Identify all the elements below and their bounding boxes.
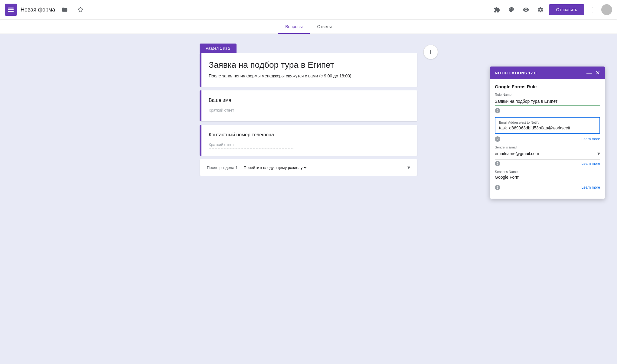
avatar[interactable] (601, 4, 612, 15)
svg-rect-1 (8, 9, 14, 10)
more-menu-button[interactable]: ⋮ (587, 4, 599, 16)
form-description: После заполнения формы менеджеры свяжутс… (209, 73, 410, 78)
question-input-hint-2[interactable]: Краткий ответ (209, 142, 293, 148)
email-address-label: Email Address(es) to Notify (499, 121, 596, 124)
form-area: Раздел 1 из 2 Заявка на подбор тура в Ег… (200, 34, 417, 176)
help-row-3: ? Learn more (495, 185, 600, 190)
topbar-right: Отправить ⋮ (491, 4, 612, 16)
email-help-icon[interactable]: ? (495, 136, 500, 142)
sender-email-dropdown-icon[interactable]: ▾ (597, 150, 600, 157)
email-address-value: task_d869963dbfd53b0aa@worksecti (499, 125, 596, 130)
notifications-controls: — ✕ (586, 70, 600, 76)
topbar: Новая форма Отправить ⋮ (0, 0, 617, 19)
palette-button[interactable] (505, 4, 517, 16)
help-row-1: ? Learn more (495, 136, 600, 142)
section-footer: После раздела 1 Перейти к следующему раз… (200, 159, 417, 176)
question-label-2: Контактный номер телефона (209, 132, 410, 138)
tabbar: Вопросы Ответы (0, 19, 617, 34)
sender-email-help-icon[interactable]: ? (495, 161, 500, 166)
tab-answers[interactable]: Ответы (310, 20, 339, 34)
svg-marker-3 (78, 7, 83, 12)
notifications-body: Google Forms Rule Rule Name ? Email Addr… (490, 79, 605, 199)
rule-name-label: Rule Name (495, 93, 600, 96)
app-icon (5, 4, 17, 16)
folder-button[interactable] (59, 4, 71, 16)
notifications-title: NOTIFICATIONS 17.0 (495, 71, 537, 75)
svg-rect-0 (8, 8, 14, 8)
send-button[interactable]: Отправить (549, 4, 584, 15)
learn-more-2[interactable]: Learn more (582, 161, 600, 166)
form-title: Новая форма (21, 7, 55, 13)
sender-email-select-row: emailname@gmail.com ▾ (495, 150, 600, 160)
preview-button[interactable] (520, 4, 532, 16)
topbar-left: Новая форма (5, 4, 491, 16)
learn-more-1[interactable]: Learn more (582, 137, 600, 141)
notifications-panel: NOTIFICATIONS 17.0 — ✕ Google Forms Rule… (490, 67, 605, 199)
form-title-card: Заявка на подбор тура в Египет После зап… (200, 53, 417, 87)
footer-action-select[interactable]: Перейти к следующему разделу (243, 165, 308, 170)
form-main-title[interactable]: Заявка на подбор тура в Египет (209, 60, 410, 70)
help-row-2: ? Learn more (495, 161, 600, 166)
section-label: Раздел 1 из 2 (200, 44, 237, 53)
email-address-box[interactable]: Email Address(es) to Notify task_d869963… (495, 117, 600, 134)
sender-name-help-icon[interactable]: ? (495, 185, 500, 190)
question-input-hint-1[interactable]: Краткий ответ (209, 108, 293, 114)
add-section-button[interactable] (423, 45, 438, 59)
notif-section-title: Google Forms Rule (495, 84, 600, 89)
footer-prefix: После раздела 1 (207, 165, 238, 170)
question-card-1: Ваше имя Краткий ответ (200, 90, 417, 121)
addon-icon[interactable] (491, 4, 503, 16)
rule-name-help-icon[interactable]: ? (495, 108, 500, 113)
question-card-2: Контактный номер телефона Краткий ответ (200, 125, 417, 156)
svg-rect-2 (8, 11, 14, 12)
rule-name-input[interactable] (495, 98, 600, 106)
minimize-button[interactable]: — (586, 70, 592, 76)
notifications-header: NOTIFICATIONS 17.0 — ✕ (490, 67, 605, 79)
close-button[interactable]: ✕ (596, 70, 600, 76)
question-label-1: Ваше имя (209, 98, 410, 103)
sender-email-value: emailname@gmail.com (495, 151, 539, 156)
learn-more-3[interactable]: Learn more (582, 185, 600, 190)
star-button[interactable] (74, 4, 87, 16)
tab-questions[interactable]: Вопросы (278, 20, 310, 34)
sender-name-label: Sender's Name (495, 170, 600, 174)
sender-email-label: Sender's Email (495, 145, 600, 149)
settings-button[interactable] (534, 4, 547, 16)
sender-name-value: Google Form (495, 175, 600, 182)
